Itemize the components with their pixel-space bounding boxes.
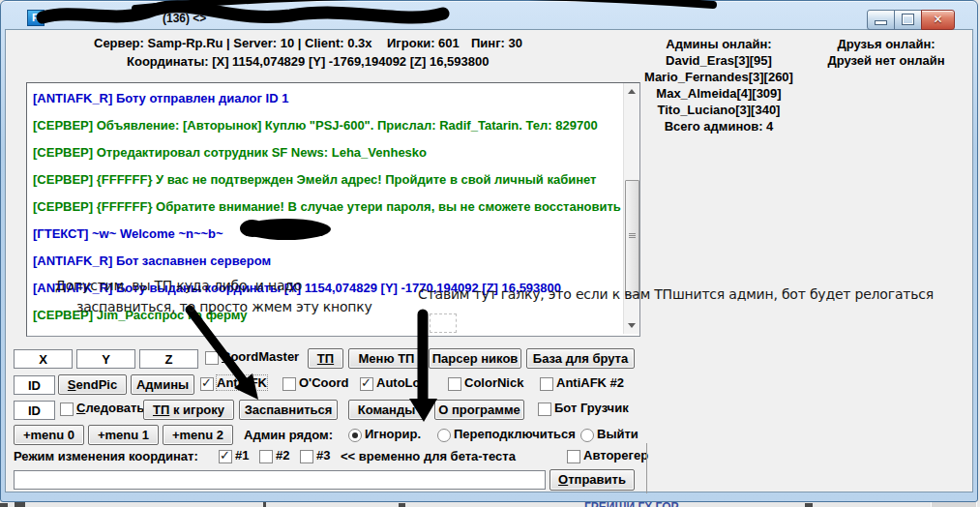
checkbox-label: #2 (276, 448, 289, 462)
players-count: Игроки: 601 (387, 36, 460, 50)
checkbox-box[interactable] (200, 377, 214, 391)
menu-tp-button[interactable]: Меню ТП (348, 348, 425, 369)
player-id-input[interactable] (14, 375, 55, 395)
divider (646, 443, 647, 493)
checkbox-box[interactable] (219, 450, 232, 463)
radio-circle[interactable] (437, 429, 451, 442)
message-input[interactable] (14, 470, 546, 490)
beta-note-label: << временно для бета-теста (341, 449, 516, 463)
ping-value: Пинг: 30 (471, 36, 522, 50)
desktop-fragment (805, 503, 813, 507)
admin-entry: David_Eras[3][95] (622, 52, 816, 69)
admins-list: David_Eras[3][95]Mario_Fernandes[3][260]… (622, 52, 816, 118)
log-line: [СЕРВЕР] {FFFFFF} У вас не подтвержден Э… (33, 172, 596, 187)
annotation-right: Ставим тут галку, это если к вам ТПшнитс… (418, 286, 934, 302)
checkbox-box[interactable] (538, 403, 551, 416)
admin-entry: Tito_Luciano[3][340] (622, 102, 816, 118)
admin-entry: Max_Almeida[4][309] (622, 85, 816, 102)
title-bar[interactable] (0, 0, 978, 29)
maximize-button[interactable] (894, 10, 922, 30)
admins-title: Админы онлайн: (622, 36, 816, 52)
checkbox-label: AntiAFK #2 (556, 375, 624, 390)
z-coordinate-input[interactable] (139, 349, 198, 369)
sendpic-button[interactable]: SendPic (58, 374, 127, 395)
tp-to-player-button[interactable]: ТП к игроку (143, 400, 234, 420)
admin-entry: Mario_Fernandes[3][260] (622, 69, 816, 85)
admin-near-label: Админ рядом: (244, 428, 333, 442)
checkbox-box[interactable] (205, 351, 219, 365)
checkbox-label: Бот Грузчик (554, 401, 629, 415)
brute-base-button[interactable]: База для брута (526, 348, 635, 369)
respawn-button[interactable]: Заспавниться (239, 400, 338, 420)
checkbox-box[interactable] (540, 377, 553, 391)
arrow-down-icon (628, 323, 636, 328)
scroll-up-button[interactable] (624, 83, 639, 99)
annotation-left-line1: Допустим, вы ТП куда либо, и надо (55, 278, 302, 293)
menu2-button[interactable]: +menu 2 (163, 425, 233, 445)
commands-button[interactable]: Команды (348, 400, 425, 420)
log-line: [ANTIAFK_R] Бот заспавнен сервером (33, 254, 271, 268)
admins-button[interactable]: Админы (131, 374, 194, 395)
desktop-fragment (263, 502, 266, 507)
checkbox-label: #3 (316, 448, 330, 462)
annotation-left-line2: заспавниться, то просто жмем эту кнопку (76, 299, 372, 314)
x-coordinate-input[interactable] (14, 349, 73, 369)
radio-circle[interactable] (348, 429, 362, 442)
checkbox-box[interactable] (360, 377, 373, 391)
friends-online-panel: Друзья онлайн: Друзей нет онлайн (808, 36, 965, 69)
checkbox-label: AutoLog (376, 375, 428, 390)
screenshot-root: ГРЕЙШИ ГХ ГОР R (136) <> ✕ Сервер: Samp-… (0, 0, 980, 507)
radio-circle[interactable] (580, 429, 594, 442)
minimize-icon (875, 20, 887, 25)
log-line: [СЕРВЕР] Отредактировал сотрудник SF New… (33, 145, 427, 160)
checkbox-box[interactable] (448, 377, 461, 391)
admins-total: Всего админов: 4 (622, 118, 816, 134)
friends-title: Друзья онлайн: (808, 36, 965, 52)
thumb-grip-icon (626, 233, 638, 238)
scrollbar-thumb[interactable] (625, 180, 639, 296)
menu0-button[interactable]: +menu 0 (14, 425, 84, 445)
tp-button[interactable]: ТП (308, 348, 343, 369)
coordinates-line: Координаты: [X] 1154,074829 [Y] -1769,19… (127, 54, 489, 69)
checkbox-box[interactable] (259, 450, 273, 463)
checkbox-box[interactable] (60, 403, 74, 416)
log-line: [ANTIAFK_R] Боту отправлен диалог ID 1 (33, 91, 288, 105)
log-line: [СЕРВЕР] Объявление: [Авторынок] Куплю "… (33, 118, 598, 133)
checkbox-label: #1 (235, 448, 249, 462)
desktop-fragment (399, 503, 405, 507)
radio-label: Игнорир. (365, 427, 421, 441)
checkbox-label: O'Coord (299, 375, 348, 390)
send-button[interactable]: Отправить (549, 469, 635, 491)
server-info: Сервер: Samp-Rp.Ru | Server: 10 | Client… (94, 36, 371, 50)
checkbox-label: AntiAFK (217, 375, 267, 390)
desktop-fragment (15, 502, 25, 507)
admins-online-panel: Админы онлайн: David_Eras[3][95]Mario_Fe… (622, 36, 816, 134)
log-line: [ГТЕКСТ] ~w~ Welcome ~n~~b~ (33, 226, 223, 241)
about-button[interactable]: О программе (434, 400, 524, 420)
checkbox-label: ColorNick (464, 375, 523, 390)
checkbox-label: Следовать (76, 401, 144, 415)
close-button[interactable]: ✕ (921, 10, 955, 30)
minimize-button[interactable] (867, 10, 895, 30)
app-icon: R (27, 10, 45, 26)
scroll-down-button[interactable] (624, 317, 639, 333)
coord-mode-label: Режим изменения координат: (14, 449, 198, 463)
checkbox-label: Авторегер (583, 448, 648, 462)
arrow-up-icon (628, 89, 636, 94)
friends-status: Друзей нет онлайн (808, 52, 965, 69)
checkbox-label: CoordMaster (222, 349, 299, 364)
y-coordinate-input[interactable] (76, 349, 135, 369)
log-line: [СЕРВЕР] {FFFFFF} Обратите внимание! В с… (33, 199, 621, 214)
follow-id-input[interactable] (14, 401, 55, 420)
desktop-fragment (0, 503, 8, 507)
maximize-icon (903, 15, 913, 24)
checkbox-box[interactable] (300, 450, 313, 463)
nick-parser-button[interactable]: Парсер ников (429, 348, 521, 369)
radio-label: Переподключиться (454, 427, 576, 441)
focus-dashed-box (430, 313, 457, 333)
checkbox-box[interactable] (282, 377, 296, 391)
radio-label: Выйти (597, 427, 638, 441)
window-title: (136) <> (163, 12, 206, 25)
menu1-button[interactable]: +menu 1 (88, 425, 159, 445)
checkbox-box[interactable] (567, 450, 580, 463)
